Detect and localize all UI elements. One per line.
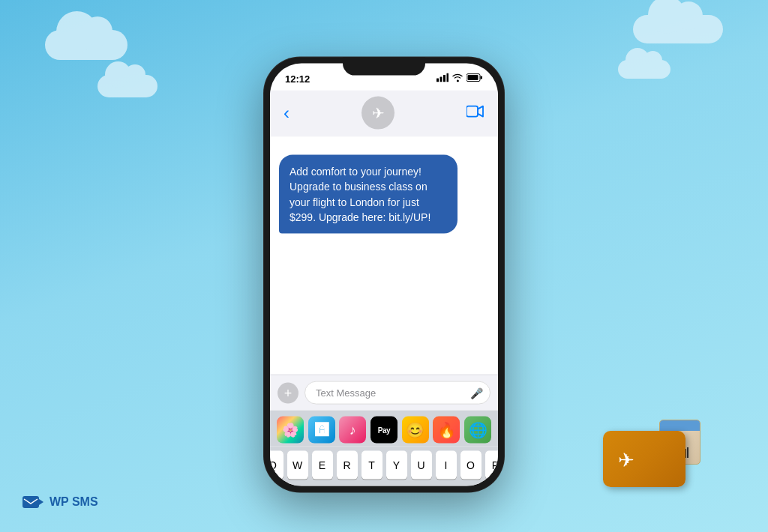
apple-pay-button[interactable]: Pay — [370, 417, 398, 444]
photos-icon: 🌸 — [282, 422, 298, 438]
svg-rect-3 — [440, 77, 442, 82]
key-u[interactable]: U — [411, 451, 432, 480]
message-input-wrapper: Text Message 🎤 — [304, 381, 490, 405]
back-button[interactable]: ‹ — [284, 103, 290, 124]
status-icons — [436, 73, 483, 84]
music-icon: ♪ — [350, 422, 356, 438]
messages-area: Add comfort to your journey! Upgrade to … — [270, 137, 498, 375]
key-w[interactable]: W — [287, 451, 308, 480]
svg-rect-4 — [443, 75, 446, 82]
globe-icon: 🌐 — [469, 421, 488, 439]
nav-bar: ‹ ✈ — [270, 91, 498, 137]
key-e[interactable]: E — [312, 451, 333, 480]
avatar-emoji: ✈ — [372, 104, 385, 122]
input-placeholder: Text Message — [316, 387, 376, 399]
sticker-icon: 🔥 — [437, 421, 456, 439]
key-q[interactable]: Q — [270, 451, 284, 480]
battery-icon — [466, 73, 483, 84]
apple-pay-icon: Pay — [378, 426, 390, 434]
signal-icon — [436, 73, 448, 84]
svg-rect-8 — [468, 75, 478, 80]
ticket-top-bar — [660, 420, 700, 431]
message-bubble: Add comfort to your journey! Upgrade to … — [279, 155, 458, 234]
svg-rect-9 — [466, 106, 478, 116]
wp-sms-logo: WP SMS — [22, 495, 98, 510]
contact-avatar: ✈ — [362, 97, 394, 130]
video-call-button[interactable] — [466, 104, 484, 121]
message-text: Add comfort to your journey! Upgrade to … — [290, 166, 430, 223]
wp-sms-label: WP SMS — [50, 495, 98, 509]
app-store-icon: 🅰 — [315, 422, 328, 438]
svg-rect-0 — [22, 496, 39, 508]
key-r[interactable]: R — [337, 451, 358, 480]
plus-icon: + — [284, 386, 292, 399]
svg-rect-7 — [481, 76, 483, 79]
message-input[interactable]: Text Message — [304, 381, 490, 405]
microphone-icon[interactable]: 🎤 — [470, 387, 483, 399]
wallet-plane-icon: ✈ — [618, 449, 634, 472]
input-row: + Text Message 🎤 — [278, 381, 490, 405]
wallet-body: ✈ — [603, 431, 686, 487]
cloud-4 — [618, 60, 670, 79]
globe-button[interactable]: 🌐 — [464, 417, 491, 444]
svg-marker-10 — [478, 106, 483, 116]
cloud-3 — [633, 15, 723, 43]
music-app-button[interactable]: ♪ — [339, 417, 366, 444]
phone-mockup: 12:12 — [264, 58, 504, 492]
cloud-1 — [45, 30, 128, 60]
wifi-icon — [452, 73, 464, 84]
keyboard-row-1: Q W E R T Y U I O P — [273, 451, 495, 480]
animoji-button[interactable]: 😊 — [402, 417, 429, 444]
cloud-2 — [98, 75, 158, 97]
svg-rect-2 — [436, 79, 439, 82]
key-y[interactable]: Y — [386, 451, 407, 480]
phone-screen: 12:12 — [270, 64, 498, 486]
status-time: 12:12 — [285, 73, 310, 84]
key-p[interactable]: P — [485, 451, 499, 480]
sticker-button[interactable]: 🔥 — [433, 417, 460, 444]
key-t[interactable]: T — [362, 451, 382, 480]
input-area: + Text Message 🎤 — [270, 375, 498, 411]
wp-sms-icon — [22, 495, 44, 510]
svg-rect-5 — [447, 73, 449, 82]
keyboard: Q W E R T Y U I O P — [270, 447, 498, 486]
svg-marker-1 — [39, 499, 44, 505]
key-o[interactable]: O — [460, 451, 482, 480]
phone-notch — [343, 58, 425, 76]
add-attachment-button[interactable]: + — [278, 382, 298, 403]
phone-outer-shell: 12:12 — [264, 58, 504, 492]
animoji-icon: 😊 — [406, 421, 424, 439]
app-store-button[interactable]: 🅰 — [308, 417, 335, 444]
wallet-decoration: ✈ — [603, 420, 700, 487]
key-i[interactable]: I — [436, 451, 457, 480]
app-bar: 🌸 🅰 ♪ Pay 😊 🔥 🌐 — [270, 411, 498, 447]
photos-app-button[interactable]: 🌸 — [277, 417, 304, 444]
